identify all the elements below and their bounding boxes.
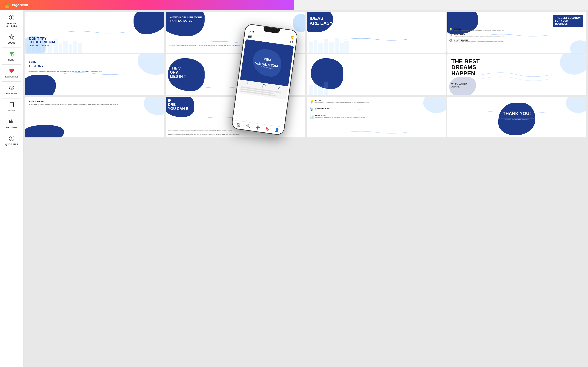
blob-bl-sol-bottom [25,125,64,137]
best-solution-content: BEST SOLUTION At vero eos et accusamus e… [29,101,161,106]
sidebar-item-quick-help[interactable]: ? QUICK HELP [0,133,23,148]
sidebar-label-filter: FILTER [8,59,15,61]
svg-rect-32 [78,43,82,53]
dont-try-headline: DON'T TRYTO BE ORIGINAL [29,37,56,44]
sidebar-item-my-logos[interactable]: MY LOGOS [0,116,23,131]
heart-icon [9,68,15,75]
svg-point-10 [11,87,12,88]
svg-point-46 [267,59,268,60]
eye-icon [9,85,15,92]
vm-logo-svg [89,126,101,130]
svg-rect-11 [10,102,13,107]
phone-bookmark-icon[interactable]: 🔖 [265,126,270,132]
svg-rect-17 [11,120,12,123]
phone-profile-icon[interactable]: 👤 [274,128,279,133]
svg-rect-31 [73,41,77,53]
sidebar-divider-5 [2,98,21,99]
svg-rect-3 [11,17,12,19]
sidebar-label-previews: PREVIEWS [6,92,17,95]
phone-camera-icon: 📷 [247,34,252,39]
vm-brand-name: VISUAL MEDIA [88,131,101,133]
sidebar-divider-2 [2,48,21,48]
sidebar-divider [2,31,21,31]
phone-signal: 📶 [291,36,293,39]
svg-point-2 [11,16,12,17]
always-deliver-headline: ALWAYS DELIVER MORETHAN EXPECTED [170,16,202,22]
phone-home-icon[interactable]: 🏠 [236,122,241,127]
phone-comment-icon[interactable]: 💬 [262,84,266,88]
svg-marker-4 [9,35,14,39]
app-name: logobean [12,3,28,7]
sidebar-label-favourites: FAVOURITES [5,76,18,78]
card-dont-try[interactable]: DON'T TRYTO BE ORIGINAL JUST TRY TO BE G… [25,12,164,53]
sidebar-item-logos[interactable]: LOGOS [0,32,23,47]
question-icon: ? [9,136,15,142]
sidebar-divider-3 [2,64,21,65]
card-our-history[interactable]: OURHISTORY Nemo enim ipsum voluptatem qu… [25,54,164,95]
if-dreams-headline: IFDREYOU CAN B [168,99,189,111]
svg-rect-28 [59,43,62,53]
the-value-headline: THE VOF ALIES IN T [170,67,186,78]
blob-right [293,14,294,32]
info-icon [9,15,15,22]
always-deliver-text: ALWAYS DELIVER MORETHAN EXPECTED [170,16,202,22]
star-icon [9,34,15,41]
card-dont-try-text: DON'T TRYTO BE ORIGINAL JUST TRY TO BE G… [29,37,56,47]
sidebar-item-guide[interactable]: GUIDE [0,99,23,114]
svg-rect-18 [12,121,13,123]
best-solution-bottom-title: BEST SOLUTION [29,101,161,103]
sidebar-label-logo-info: LOGO INFO& THEMES [6,22,17,27]
main-content: DON'T TRYTO BE ORIGINAL JUST TRY TO BE G… [24,10,294,184]
phone-time: 13:48 [248,30,254,33]
svg-rect-15 [9,120,10,123]
our-history-lorem: Nemo enim ipsum voluptatem quia praesent… [28,71,161,72]
blob-tr-sol-bottom [144,97,164,115]
blob-top [166,12,205,36]
dont-try-subtext: JUST TRY TO BE GOOD [29,44,56,47]
blob-bl-history [25,75,56,95]
sidebar: LOGO INFO& THEMES LOGOS FILTER FAVOURITE… [0,10,24,184]
svg-marker-12 [11,104,12,104]
guide-icon [9,102,15,109]
sidebar-divider-4 [2,81,21,82]
phone-like-icon[interactable]: ♡ [247,82,250,85]
sidebar-item-favourites[interactable]: FAVOURITES [0,66,23,81]
phone-send-icon: ✉ [290,40,293,44]
svg-text:?: ? [11,137,13,140]
logo-icon [3,1,11,9]
visual-media-logo-bottom: VISUAL MEDIA The Perfect Touch [88,126,101,134]
topbar: logobean [0,0,294,10]
svg-rect-29 [63,42,68,53]
phone-search-icon[interactable]: 🔍 [246,124,251,129]
sidebar-item-logo-info[interactable]: LOGO INFO& THEMES [0,12,23,30]
phone-add-icon[interactable]: ➕ [255,125,260,130]
phone-card: VISUAL MEDIA The Perfect Touch ♡ 💬 ↗ [238,39,294,100]
best-solution-bottom-desc: At vero eos et accusamus et iusto odio d… [29,104,161,106]
svg-rect-30 [69,44,72,53]
sidebar-divider-7 [2,132,21,132]
sidebar-label-quick-help: QUICK HELP [5,143,18,146]
svg-rect-16 [10,121,11,123]
wave-line [25,29,164,35]
my-logos-icon [9,119,15,125]
svg-marker-19 [11,119,12,120]
phone-card-blue: VISUAL MEDIA The Perfect Touch [240,39,294,86]
vm-tagline: The Perfect Touch [88,133,101,134]
sidebar-label-logos: LOGOS [8,42,15,44]
phone-share-icon[interactable]: ↗ [278,86,281,90]
sidebar-label-guide: GUIDE [8,109,15,112]
filter-icon [9,51,15,58]
sidebar-item-filter[interactable]: FILTER [0,49,23,64]
app-logo: logobean [3,1,28,9]
sidebar-label-my-logos: MY LOGOS [6,126,17,129]
card-best-solution-bottom[interactable]: BEST SOLUTION At vero eos et accusamus e… [25,97,164,137]
sidebar-item-previews[interactable]: PREVIEWS [0,82,23,98]
our-history-headline: OURHISTORY [29,60,43,68]
